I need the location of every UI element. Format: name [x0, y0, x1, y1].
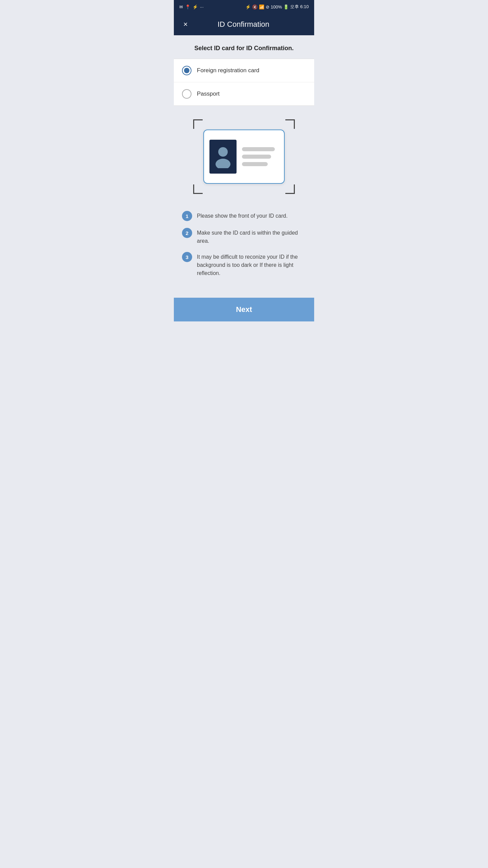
instruction-number-2: 2: [182, 228, 192, 238]
id-line-1: [242, 147, 275, 151]
instruction-text-2: Make sure the ID card is within the guid…: [197, 228, 306, 245]
radio-label-passport: Passport: [197, 91, 220, 97]
radio-option-passport[interactable]: Passport: [174, 82, 314, 105]
radio-label-foreign: Foreign registration card: [197, 67, 259, 74]
svg-point-0: [218, 147, 228, 157]
subtitle-text: Select ID card for ID Confirmation.: [181, 45, 307, 52]
instruction-text-3: It may be difficult to reconize your ID …: [197, 252, 306, 277]
page-title: ID Confirmation: [193, 20, 294, 29]
more-icon: ···: [200, 4, 204, 9]
status-bar: ✉ 📍 ⚡ ··· ⚡ 🔇 📶 ⊘ 100% 🔋 오후 6:10: [174, 0, 314, 14]
id-line-2: [242, 155, 271, 159]
lightning-icon: ⚡: [192, 4, 198, 9]
instruction-item-1: 1 Please show the front of your ID card.: [182, 211, 306, 221]
radio-option-foreign[interactable]: Foreign registration card: [174, 59, 314, 82]
close-button[interactable]: ×: [181, 17, 190, 32]
dnd-icon: ⊘: [266, 4, 269, 9]
next-button[interactable]: Next: [174, 298, 314, 321]
status-bar-right: ⚡ 🔇 📶 ⊘ 100% 🔋 오후 6:10: [245, 4, 309, 10]
person-icon: [214, 145, 232, 168]
wifi-icon: 📶: [259, 4, 264, 9]
instruction-number-3: 3: [182, 252, 192, 262]
scan-frame: [193, 119, 295, 194]
instruction-text-1: Please show the front of your ID card.: [197, 211, 288, 220]
svg-point-1: [216, 159, 230, 168]
mail-icon: ✉: [179, 4, 183, 9]
id-card-illustration: [203, 130, 285, 184]
corner-top-left: [193, 119, 203, 129]
battery-text: 100%: [271, 4, 282, 9]
corner-top-right: [285, 119, 295, 129]
radio-circle-foreign: [182, 66, 191, 75]
id-card-photo: [209, 140, 237, 174]
mute-icon: 🔇: [252, 4, 258, 9]
battery-icon: 🔋: [283, 4, 289, 9]
location-icon: 📍: [185, 4, 190, 9]
instruction-item-2: 2 Make sure the ID card is within the gu…: [182, 228, 306, 245]
status-bar-left: ✉ 📍 ⚡ ···: [179, 4, 204, 9]
bluetooth-icon: ⚡: [245, 4, 251, 9]
instruction-item-3: 3 It may be difficult to reconize your I…: [182, 252, 306, 277]
header: × ID Confirmation: [174, 14, 314, 35]
main-content: Select ID card for ID Confirmation. Fore…: [174, 35, 314, 298]
instructions-section: 1 Please show the front of your ID card.…: [174, 208, 314, 298]
subtitle-section: Select ID card for ID Confirmation.: [174, 35, 314, 59]
radio-options: Foreign registration card Passport: [174, 59, 314, 106]
corner-bottom-left: [193, 184, 203, 194]
id-card-lines: [242, 147, 279, 166]
id-line-3: [242, 162, 268, 166]
id-card-section: [174, 106, 314, 208]
radio-circle-passport: [182, 89, 191, 99]
time-text: 오후 6:10: [290, 4, 309, 10]
next-button-container: Next: [174, 298, 314, 321]
corner-bottom-right: [285, 184, 295, 194]
instruction-number-1: 1: [182, 211, 192, 221]
